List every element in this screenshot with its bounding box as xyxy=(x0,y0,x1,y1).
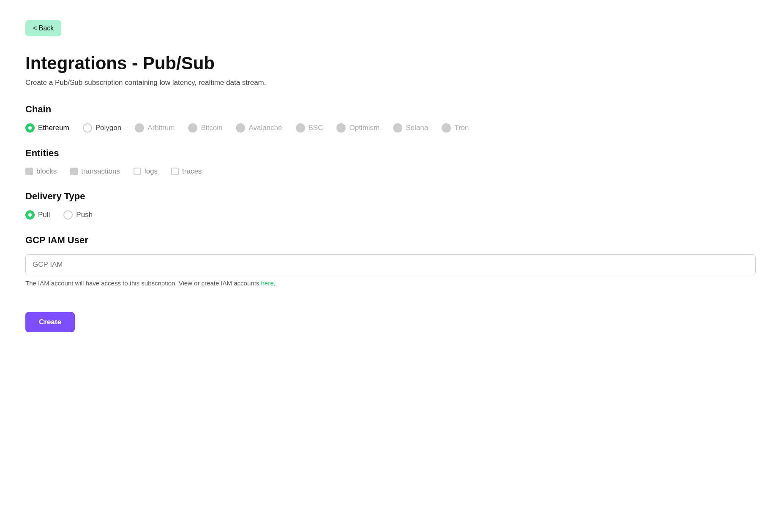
entity-option-traces[interactable]: traces xyxy=(171,167,202,176)
chain-options-row: Ethereum Polygon Arbitrum Bitcoin Avalan… xyxy=(25,123,756,133)
chain-option-arbitrum[interactable]: Arbitrum xyxy=(135,123,175,133)
bsc-label: BSC xyxy=(309,124,323,132)
blocks-checkbox xyxy=(25,168,33,175)
entity-option-transactions[interactable]: transactions xyxy=(70,167,120,176)
chain-option-solana[interactable]: Solana xyxy=(393,123,428,133)
iam-hint-link[interactable]: here xyxy=(261,280,273,287)
back-button[interactable]: < Back xyxy=(25,20,61,36)
bsc-radio xyxy=(296,123,305,133)
entities-options-row: blocks transactions logs traces xyxy=(25,167,756,176)
arbitrum-radio xyxy=(135,123,144,133)
chain-option-optimism[interactable]: Optimism xyxy=(336,123,380,133)
ethereum-label: Ethereum xyxy=(38,124,69,132)
polygon-radio xyxy=(83,123,92,133)
transactions-checkbox xyxy=(70,168,78,175)
pull-radio xyxy=(25,210,35,220)
delivery-options-row: Pull Push xyxy=(25,210,756,220)
traces-checkbox xyxy=(171,168,179,175)
entities-section-title: Entities xyxy=(25,148,756,159)
entities-section: Entities blocks transactions logs traces xyxy=(25,148,756,176)
tron-radio xyxy=(442,123,451,133)
ethereum-radio xyxy=(25,123,35,133)
entity-option-logs[interactable]: logs xyxy=(134,167,158,176)
chain-option-ethereum[interactable]: Ethereum xyxy=(25,123,69,133)
polygon-label: Polygon xyxy=(96,124,121,132)
avalanche-label: Avalanche xyxy=(248,124,282,132)
push-label: Push xyxy=(76,211,93,219)
chain-option-bitcoin[interactable]: Bitcoin xyxy=(188,123,222,133)
iam-hint-text: The IAM account will have access to this… xyxy=(25,280,261,287)
back-label: < Back xyxy=(33,24,54,32)
chain-option-polygon[interactable]: Polygon xyxy=(83,123,121,133)
create-button[interactable]: Create xyxy=(25,312,75,332)
blocks-label: blocks xyxy=(36,167,57,176)
optimism-label: Optimism xyxy=(349,124,380,132)
traces-label: traces xyxy=(182,167,202,176)
chain-section-title: Chain xyxy=(25,104,756,115)
delivery-option-push[interactable]: Push xyxy=(63,210,93,220)
logs-checkbox xyxy=(134,168,141,175)
delivery-option-pull[interactable]: Pull xyxy=(25,210,50,220)
page-description: Create a Pub/Sub subscription containing… xyxy=(25,79,756,87)
optimism-radio xyxy=(336,123,346,133)
transactions-label: transactions xyxy=(81,167,120,176)
entity-option-blocks[interactable]: blocks xyxy=(25,167,57,176)
bitcoin-radio xyxy=(188,123,197,133)
iam-section-title: GCP IAM User xyxy=(25,235,756,246)
iam-hint: The IAM account will have access to this… xyxy=(25,280,756,287)
chain-option-avalanche[interactable]: Avalanche xyxy=(236,123,282,133)
chain-option-tron[interactable]: Tron xyxy=(442,123,469,133)
chain-section: Chain Ethereum Polygon Arbitrum Bitcoin … xyxy=(25,104,756,133)
iam-hint-end: . xyxy=(274,280,276,287)
avalanche-radio xyxy=(236,123,245,133)
pull-label: Pull xyxy=(38,211,50,219)
delivery-section: Delivery Type Pull Push xyxy=(25,191,756,220)
delivery-section-title: Delivery Type xyxy=(25,191,756,202)
solana-radio xyxy=(393,123,402,133)
chain-option-bsc[interactable]: BSC xyxy=(296,123,323,133)
tron-label: Tron xyxy=(454,124,469,132)
arbitrum-label: Arbitrum xyxy=(147,124,175,132)
bitcoin-label: Bitcoin xyxy=(201,124,222,132)
solana-label: Solana xyxy=(406,124,428,132)
iam-section: GCP IAM User The IAM account will have a… xyxy=(25,235,756,287)
iam-input[interactable] xyxy=(25,254,756,275)
logs-label: logs xyxy=(145,167,158,176)
page-title: Integrations - Pub/Sub xyxy=(25,53,756,73)
push-radio xyxy=(63,210,73,220)
